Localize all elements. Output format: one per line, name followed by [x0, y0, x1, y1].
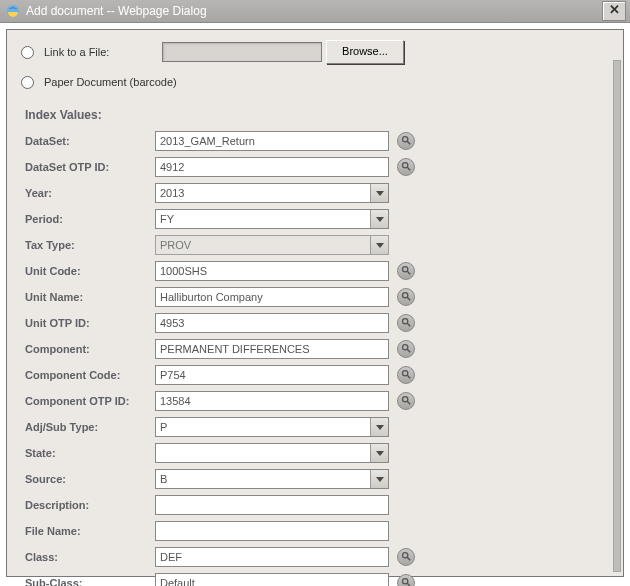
search-icon [401, 551, 411, 563]
field-input-dataset-otp[interactable]: 4912 [155, 157, 389, 177]
field-input-dataset[interactable]: 2013_GAM_Return [155, 131, 389, 151]
ie-icon [6, 4, 20, 18]
close-button[interactable]: ✕ [602, 1, 626, 21]
svg-point-6 [403, 293, 408, 298]
lookup-button-component-otp[interactable] [397, 392, 415, 410]
close-icon: ✕ [609, 2, 620, 17]
search-icon [401, 317, 411, 329]
field-input-year[interactable]: 2013 [155, 183, 389, 203]
field-input-unit-code[interactable]: 1000SHS [155, 261, 389, 281]
chevron-down-icon[interactable] [370, 418, 388, 436]
svg-point-16 [403, 553, 408, 558]
svg-line-9 [407, 323, 410, 326]
search-icon [401, 577, 411, 586]
svg-line-3 [407, 167, 410, 170]
field-label-sub-class: Sub-Class: [25, 577, 155, 586]
field-row-state: State: [25, 442, 609, 464]
search-icon [401, 395, 411, 407]
search-icon [401, 161, 411, 173]
fields-container: DataSet:2013_GAM_ReturnDataSet OTP ID:49… [21, 130, 609, 586]
field-label-year: Year: [25, 187, 155, 199]
browse-button[interactable]: Browse... [326, 40, 404, 64]
field-input-source[interactable]: B [155, 469, 389, 489]
search-icon [401, 135, 411, 147]
field-label-component: Component: [25, 343, 155, 355]
field-label-source: Source: [25, 473, 155, 485]
chevron-down-icon[interactable] [370, 444, 388, 462]
link-to-file-row: Link to a File: Browse... [21, 40, 609, 64]
dialog-body: Link to a File: Browse... Paper Document… [6, 29, 624, 577]
field-input-file-name[interactable] [155, 521, 389, 541]
lookup-button-component-code[interactable] [397, 366, 415, 384]
field-input-unit-name[interactable]: Halliburton Company [155, 287, 389, 307]
field-label-component-code: Component Code: [25, 369, 155, 381]
field-input-adj-sub[interactable]: P [155, 417, 389, 437]
svg-line-5 [407, 271, 410, 274]
lookup-button-unit-name[interactable] [397, 288, 415, 306]
svg-point-18 [403, 579, 408, 584]
lookup-button-dataset[interactable] [397, 132, 415, 150]
lookup-button-dataset-otp[interactable] [397, 158, 415, 176]
field-input-component[interactable]: PERMANENT DIFFERENCES [155, 339, 389, 359]
field-row-description: Description: [25, 494, 609, 516]
lookup-button-component[interactable] [397, 340, 415, 358]
field-label-description: Description: [25, 499, 155, 511]
field-row-component: Component:PERMANENT DIFFERENCES [25, 338, 609, 360]
field-label-class: Class: [25, 551, 155, 563]
field-input-state[interactable] [155, 443, 389, 463]
link-to-file-label: Link to a File: [44, 46, 162, 58]
chevron-down-icon[interactable] [370, 470, 388, 488]
svg-point-10 [403, 345, 408, 350]
svg-line-7 [407, 297, 410, 300]
field-label-component-otp: Component OTP ID: [25, 395, 155, 407]
field-row-sub-class: Sub-Class:Default [25, 572, 609, 586]
lookup-button-unit-code[interactable] [397, 262, 415, 280]
field-label-unit-otp: Unit OTP ID: [25, 317, 155, 329]
field-row-period: Period:FY [25, 208, 609, 230]
radio-paper-document[interactable] [21, 76, 34, 89]
lookup-button-sub-class[interactable] [397, 574, 415, 586]
field-row-unit-code: Unit Code:1000SHS [25, 260, 609, 282]
search-icon [401, 369, 411, 381]
field-row-tax-type: Tax Type:PROV [25, 234, 609, 256]
paper-document-label: Paper Document (barcode) [44, 76, 177, 88]
chevron-down-icon[interactable] [370, 210, 388, 228]
svg-line-1 [407, 141, 410, 144]
chevron-down-icon[interactable] [370, 184, 388, 202]
svg-point-4 [403, 267, 408, 272]
field-input-component-code[interactable]: P754 [155, 365, 389, 385]
search-icon [401, 291, 411, 303]
svg-line-13 [407, 375, 410, 378]
window-title: Add document -- Webpage Dialog [26, 0, 602, 22]
file-path-input[interactable] [162, 42, 322, 62]
field-input-unit-otp[interactable]: 4953 [155, 313, 389, 333]
field-input-sub-class[interactable]: Default [155, 573, 389, 586]
field-label-file-name: File Name: [25, 525, 155, 537]
paper-document-row: Paper Document (barcode) [21, 70, 609, 94]
field-label-tax-type: Tax Type: [25, 239, 155, 251]
search-icon [401, 343, 411, 355]
lookup-button-class[interactable] [397, 548, 415, 566]
field-input-class[interactable]: DEF [155, 547, 389, 567]
field-label-dataset: DataSet: [25, 135, 155, 147]
field-input-tax-type[interactable]: PROV [155, 235, 389, 255]
field-row-component-otp: Component OTP ID:13584 [25, 390, 609, 412]
field-label-adj-sub: Adj/Sub Type: [25, 421, 155, 433]
field-row-dataset-otp: DataSet OTP ID:4912 [25, 156, 609, 178]
svg-line-11 [407, 349, 410, 352]
chevron-down-icon[interactable] [370, 236, 388, 254]
svg-point-2 [403, 163, 408, 168]
svg-line-15 [407, 401, 410, 404]
field-row-source: Source:B [25, 468, 609, 490]
radio-link-to-file[interactable] [21, 46, 34, 59]
field-row-dataset: DataSet:2013_GAM_Return [25, 130, 609, 152]
lookup-button-unit-otp[interactable] [397, 314, 415, 332]
field-input-period[interactable]: FY [155, 209, 389, 229]
field-input-component-otp[interactable]: 13584 [155, 391, 389, 411]
field-row-year: Year:2013 [25, 182, 609, 204]
field-label-unit-name: Unit Name: [25, 291, 155, 303]
search-icon [401, 265, 411, 277]
svg-point-14 [403, 397, 408, 402]
svg-point-8 [403, 319, 408, 324]
field-input-description[interactable] [155, 495, 389, 515]
